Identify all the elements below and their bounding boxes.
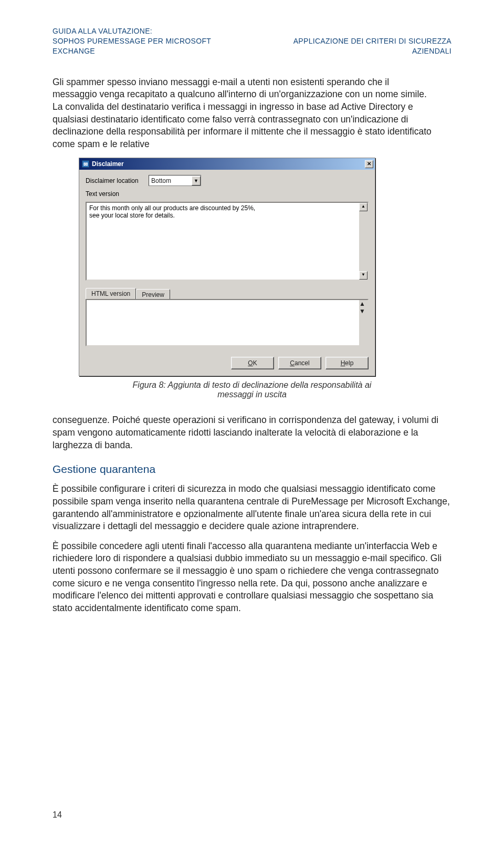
section-heading-quarantine: Gestione quarantena — [52, 463, 452, 476]
page-number: 14 — [52, 810, 62, 820]
dialog-titlebar: ✉ Disclaimer ✕ — [79, 158, 375, 170]
dialog-icon: ✉ — [82, 160, 89, 168]
paragraph-1: Gli spammer spesso inviano messaggi e-ma… — [52, 76, 436, 151]
help-button[interactable]: Help — [326, 357, 369, 369]
select-value: Bottom — [151, 177, 171, 184]
page-header: GUIDA ALLA VALUTAZIONE: SOPHOS PUREMESSA… — [52, 26, 452, 56]
disclaimer-location-select[interactable]: Bottom ▼ — [149, 175, 201, 186]
paragraph-3: È possibile configurare i criteri di sic… — [52, 483, 452, 533]
scroll-up-icon[interactable]: ▲ — [359, 203, 368, 211]
ok-button[interactable]: OK — [231, 357, 274, 369]
tab-row: HTML version Preview — [86, 288, 369, 299]
paragraph-4: È possibile concedere agli utenti finali… — [52, 540, 452, 615]
disclaimer-location-label: Disclaimer location — [86, 177, 149, 184]
tab-preview[interactable]: Preview — [136, 289, 170, 299]
header-right: APPLICAZIONE DEI CRITERI DI SICUREZZA AZ… — [254, 36, 452, 56]
textarea-content: For this month only all our products are… — [89, 204, 255, 219]
chevron-down-icon: ▼ — [192, 176, 201, 185]
cancel-button[interactable]: Cancel — [278, 357, 321, 369]
close-icon[interactable]: ✕ — [365, 160, 373, 168]
figure-caption: Figura 8: Aggiunta di testo di declinazi… — [121, 380, 383, 399]
text-version-textarea[interactable]: For this month only all our products are… — [86, 202, 369, 281]
html-version-textarea[interactable]: ▲ ▼ — [86, 299, 369, 346]
tab-html-version[interactable]: HTML version — [86, 288, 136, 299]
header-left-line1: GUIDA ALLA VALUTAZIONE: — [52, 26, 254, 36]
disclaimer-dialog: ✉ Disclaimer ✕ Disclaimer location Botto… — [79, 158, 375, 376]
dialog-title: Disclaimer — [92, 160, 365, 168]
scroll-down-icon[interactable]: ▼ — [359, 271, 368, 280]
dialog-screenshot: ✉ Disclaimer ✕ Disclaimer location Botto… — [79, 158, 452, 376]
scrollbar[interactable]: ▲ ▼ — [359, 300, 368, 345]
scrollbar[interactable]: ▲ ▼ — [359, 203, 368, 280]
scroll-up-icon[interactable]: ▲ — [359, 300, 368, 307]
dialog-button-row: OK Cancel Help — [86, 357, 369, 369]
header-left-line2: SOPHOS PUREMESSAGE PER MICROSOFT EXCHANG… — [52, 36, 254, 56]
paragraph-2: conseguenze. Poiché queste operazioni si… — [52, 414, 452, 451]
text-version-label: Text version — [86, 190, 149, 198]
scroll-down-icon[interactable]: ▼ — [359, 307, 368, 315]
header-left: GUIDA ALLA VALUTAZIONE: SOPHOS PUREMESSA… — [52, 26, 254, 56]
